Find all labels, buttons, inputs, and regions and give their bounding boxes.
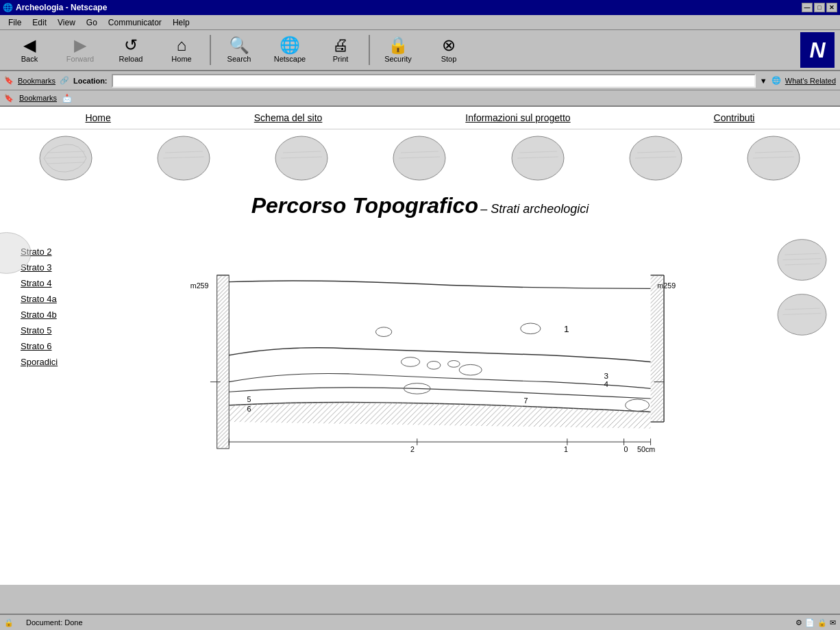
rock-right-2: [775, 290, 830, 338]
rock-top-1: [37, 132, 95, 184]
print-button[interactable]: 🖨 Print: [317, 32, 365, 68]
nav-home[interactable]: Home: [85, 112, 110, 123]
link-strato6[interactable]: Strato 6: [21, 341, 52, 351]
titlebar: 🌐 Archeologia - Netscape — □ ✕: [0, 0, 840, 15]
reload-label: Reload: [119, 55, 143, 63]
minimize-button[interactable]: —: [802, 3, 813, 12]
archaeological-diagram: m259 m259: [177, 222, 697, 475]
link-strato4a[interactable]: Strato 4a: [21, 294, 57, 304]
svg-text:6: 6: [247, 405, 251, 414]
close-button[interactable]: ✕: [826, 3, 837, 12]
right-side-rocks: [771, 222, 833, 585]
nav-contributi[interactable]: Contributi: [714, 112, 755, 123]
link-sporadici[interactable]: Sporadici: [21, 357, 58, 367]
nav-informazioni[interactable]: Informazioni sul progetto: [465, 112, 570, 123]
reload-button[interactable]: ↺ Reload: [107, 32, 155, 68]
url-input[interactable]: http://jargo.itim.mi.cnr.it/Archeologia/…: [112, 74, 756, 88]
bookmarks-label[interactable]: Bookmarks: [19, 94, 57, 102]
app-icon: 🌐: [3, 3, 13, 12]
svg-text:2: 2: [410, 445, 415, 453]
svg-text:1: 1: [564, 324, 569, 334]
svg-text:50cm: 50cm: [637, 445, 655, 453]
forward-label: Forward: [66, 55, 94, 63]
svg-text:1: 1: [564, 445, 568, 453]
link-strato4b[interactable]: Strato 4b: [21, 310, 57, 320]
print-label: Print: [333, 55, 349, 63]
svg-text:m259: m259: [190, 281, 209, 290]
toolbar-separator: [210, 35, 211, 65]
svg-point-22: [0, 233, 31, 274]
center-diagram: m259 m259: [103, 222, 771, 585]
rock-top-4: [391, 132, 449, 184]
security-button[interactable]: 🔒 Security: [374, 32, 422, 68]
titlebar-controls: — □ ✕: [802, 3, 837, 12]
bookmark-icon: 🔖: [4, 94, 14, 103]
status-icon-2: 📄: [805, 618, 815, 627]
search-label: Search: [227, 55, 251, 63]
svg-rect-33: [651, 275, 664, 422]
svg-text:3: 3: [604, 371, 608, 380]
svg-text:5: 5: [247, 395, 251, 403]
forward-button[interactable]: ▶ Forward: [56, 32, 104, 68]
page-title-area: Percorso Topografico – Strati archeologi…: [0, 186, 840, 222]
status-icon-4: ✉: [830, 618, 836, 627]
menu-file[interactable]: File: [3, 16, 27, 29]
link-strato4[interactable]: Strato 4: [21, 278, 52, 288]
home-button[interactable]: ⌂ Home: [158, 32, 206, 68]
netscape-label: Netscape: [274, 55, 306, 63]
back-button[interactable]: ◀ Back: [5, 32, 53, 68]
netscape-icon: 🌐: [280, 37, 300, 53]
rock-top-2: [155, 132, 213, 184]
status-icon-1: ⚙: [795, 618, 802, 627]
menubar: File Edit View Go Communicator Help: [0, 15, 840, 30]
status-text: Document: Done: [26, 618, 83, 627]
rock-top-6: [627, 132, 685, 184]
rock-top-5: [509, 132, 567, 184]
search-icon: 🔍: [229, 37, 249, 53]
rocks-top-row: [0, 129, 840, 186]
locationbar: 🔖 Bookmarks 🔗 Location: http://jargo.iti…: [0, 71, 840, 90]
svg-text:7: 7: [524, 396, 528, 405]
stop-button[interactable]: ⊗ Stop: [425, 32, 473, 68]
menu-view[interactable]: View: [52, 16, 81, 29]
back-icon: ◀: [23, 37, 36, 53]
location-text: Location:: [73, 77, 108, 85]
rock-side-left-1: [0, 229, 34, 277]
statusbar-right: ⚙ 📄 🔒 ✉: [795, 618, 836, 627]
rock-right-1: [775, 236, 830, 284]
nav-schema[interactable]: Schema del sito: [254, 112, 323, 123]
bookmarksbar: 🔖 Bookmarks 📩: [0, 90, 840, 107]
toolbar-separator-2: [369, 35, 370, 65]
svg-rect-29: [217, 275, 230, 449]
page-title: Percorso Topografico: [251, 193, 478, 218]
location-icon: 🔗: [60, 76, 69, 85]
link-strato5[interactable]: Strato 5: [21, 325, 52, 336]
menu-go[interactable]: Go: [81, 16, 103, 29]
search-button[interactable]: 🔍 Search: [215, 32, 263, 68]
whats-related-link[interactable]: What's Related: [785, 77, 836, 85]
dropdown-icon[interactable]: ▼: [760, 77, 767, 85]
svg-text:0: 0: [624, 445, 628, 453]
whats-related-icon: 🌐: [771, 76, 781, 85]
maximize-button[interactable]: □: [814, 3, 825, 12]
menu-edit[interactable]: Edit: [27, 16, 52, 29]
menu-help[interactable]: Help: [167, 16, 195, 29]
status-icon-3: 🔒: [817, 618, 827, 627]
main-layout: Strato 2 Strato 3 Strato 4 Strato 4a Str…: [0, 222, 840, 585]
rock-top-7: [745, 132, 803, 184]
home-label: Home: [171, 55, 191, 63]
bookmarks-text[interactable]: Bookmarks: [18, 77, 55, 85]
instant-msg-icon: 📩: [62, 94, 72, 103]
home-icon: ⌂: [177, 37, 187, 53]
menu-communicator[interactable]: Communicator: [103, 16, 167, 29]
top-navigation: Home Schema del sito Informazioni sul pr…: [0, 107, 840, 129]
reload-icon: ↺: [124, 37, 138, 53]
netscape-logo: N: [800, 32, 835, 68]
security-label: Security: [384, 55, 412, 63]
content-area: Home Schema del sito Informazioni sul pr…: [0, 107, 840, 585]
page-subtitle: – Strati archeologici: [480, 202, 589, 216]
netscape-button[interactable]: 🌐 Netscape: [266, 32, 314, 68]
forward-icon: ▶: [74, 37, 86, 53]
stop-label: Stop: [441, 55, 457, 63]
window-title: Archeologia - Netscape: [16, 3, 107, 12]
